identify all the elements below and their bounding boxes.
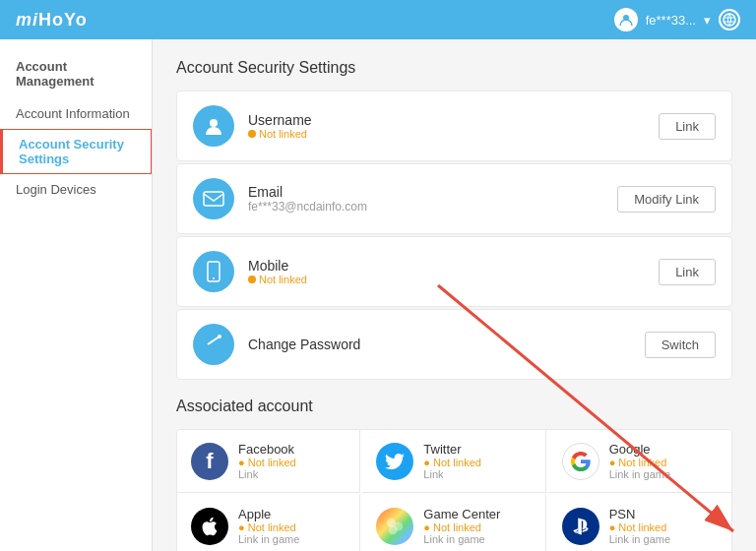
facebook-item: f Facebook ● Not linked Link [177, 430, 360, 493]
header-right: fe***33... ▾ [614, 8, 740, 31]
psn-item: PSN ● Not linked Link in game [548, 495, 731, 551]
apple-item: Apple ● Not linked Link in game [177, 495, 360, 551]
svg-point-5 [213, 277, 215, 279]
username-status: Not linked [259, 128, 307, 140]
gamecenter-action: Link in game [423, 533, 500, 545]
psn-action: Link in game [609, 533, 670, 545]
change-password-card: Change Password Switch [176, 309, 732, 380]
gamecenter-status: ● Not linked [423, 521, 500, 533]
facebook-action[interactable]: Link [238, 468, 296, 480]
security-section-title: Account Security Settings [176, 59, 732, 77]
user-avatar [614, 8, 638, 31]
mobile-icon [193, 251, 234, 292]
psn-name: PSN [609, 507, 670, 521]
svg-point-1 [724, 14, 735, 26]
username-card: Username Not linked Link [176, 91, 732, 161]
mobile-label: Mobile [248, 258, 307, 274]
apple-status: ● Not linked [238, 521, 299, 533]
google-icon [562, 443, 599, 480]
username-label: Username [248, 112, 312, 128]
facebook-status: ● Not linked [238, 457, 296, 468]
sidebar-item-login-devices[interactable]: Login Devices [0, 174, 152, 205]
apple-action: Link in game [238, 533, 299, 545]
sidebar-group-title: Account Management [0, 59, 152, 98]
psn-icon [562, 508, 599, 545]
username-icon [193, 105, 234, 147]
sidebar: Account Management Account Information A… [0, 39, 153, 551]
sidebar-item-account-info[interactable]: Account Information [0, 98, 152, 129]
username-link-button[interactable]: Link [659, 113, 716, 140]
google-action: Link in game [609, 468, 670, 480]
facebook-icon: f [191, 443, 228, 480]
change-password-button[interactable]: Switch [645, 332, 716, 358]
mobile-card: Mobile Not linked Link [176, 236, 732, 307]
psn-status: ● Not linked [609, 521, 670, 533]
twitter-name: Twitter [423, 442, 481, 457]
main-content: Account Security Settings Username [153, 39, 756, 551]
email-label: Email [248, 184, 367, 200]
gamecenter-name: Game Center [423, 507, 500, 521]
mobile-link-button[interactable]: Link [659, 259, 716, 285]
svg-point-9 [389, 525, 398, 534]
email-value: fe***33@ncdainfo.com [248, 200, 367, 214]
svg-rect-3 [204, 192, 223, 206]
svg-point-6 [218, 335, 221, 338]
twitter-status: ● Not linked [423, 457, 481, 468]
apple-icon [191, 508, 228, 545]
layout: Account Management Account Information A… [0, 39, 756, 551]
google-status: ● Not linked [609, 457, 670, 468]
header: miHoYo fe***33... ▾ [0, 0, 756, 39]
svg-point-2 [210, 119, 218, 127]
email-icon [193, 178, 234, 219]
language-icon[interactable] [719, 9, 740, 31]
twitter-item: Twitter ● Not linked Link [362, 430, 545, 493]
apple-name: Apple [238, 507, 299, 521]
logo: miHoYo [16, 10, 88, 31]
username-display[interactable]: fe***33... [646, 13, 696, 28]
gamecenter-item: Game Center ● Not linked Link in game [362, 495, 545, 551]
facebook-name: Facebook [238, 442, 296, 457]
associated-section-title: Associated account [176, 398, 732, 415]
associated-grid: f Facebook ● Not linked Link [176, 429, 732, 551]
gamecenter-icon [376, 508, 413, 545]
username-status-dot [248, 130, 256, 138]
sidebar-item-account-security[interactable]: Account Security Settings [0, 129, 152, 174]
email-modify-button[interactable]: Modify Link [617, 186, 716, 213]
google-name: Google [609, 442, 670, 457]
change-password-icon [193, 324, 234, 365]
twitter-action[interactable]: Link [423, 468, 481, 480]
dropdown-chevron[interactable]: ▾ [704, 13, 711, 28]
associated-section: Associated account f Facebook ● Not link… [176, 398, 732, 551]
google-item: Google ● Not linked Link in game [548, 430, 731, 493]
mobile-status-dot [248, 276, 256, 283]
mobile-status: Not linked [259, 274, 307, 285]
twitter-icon [376, 443, 413, 480]
email-card: Email fe***33@ncdainfo.com Modify Link [176, 163, 732, 234]
change-password-label: Change Password [248, 337, 360, 352]
